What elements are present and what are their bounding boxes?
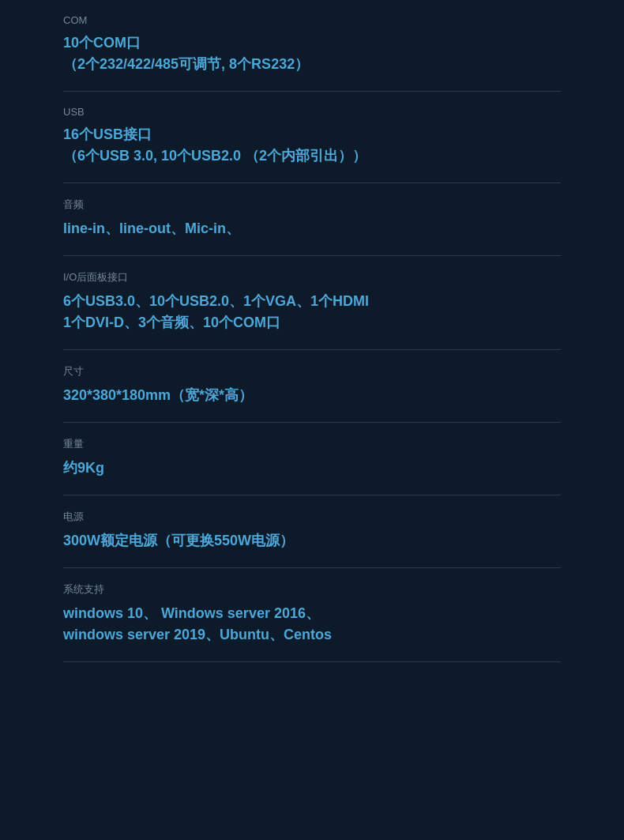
spec-item-usb: USB16个USB接口（6个USB 3.0, 10个USB2.0 （2个内部引出… [63,92,561,183]
spec-item-com: COM10个COM口（2个232/422/485可调节, 8个RS232） [63,0,561,92]
spec-value-line1-io: 6个USB3.0、10个USB2.0、1个VGA、1个HDMI [63,291,561,312]
spec-label-com: COM [63,14,561,26]
spec-value-line1-audio: line-in、line-out、Mic-in、 [63,218,561,239]
spec-value-line1-com: 10个COM口 [63,32,561,54]
spec-value-weight: 约9Kg [63,458,561,479]
spec-value-io: 6个USB3.0、10个USB2.0、1个VGA、1个HDMI1个DVI-D、3… [63,291,561,333]
spec-value-line1-weight: 约9Kg [63,458,561,479]
spec-value-power: 300W额定电源（可更换550W电源） [63,530,561,552]
spec-label-usb: USB [63,106,561,118]
spec-value-line2-com: （2个232/422/485可调节, 8个RS232） [63,54,561,75]
spec-label-io: I/O后面板接口 [63,270,561,284]
spec-label-audio: 音频 [63,198,561,212]
spec-item-os: 系统支持windows 10、 Windows server 2016、wind… [63,568,561,662]
spec-item-size: 尺寸320*380*180mm（宽*深*高） [63,350,561,423]
spec-value-audio: line-in、line-out、Mic-in、 [63,218,561,239]
spec-value-line1-power: 300W额定电源（可更换550W电源） [63,530,561,552]
spec-value-usb: 16个USB接口（6个USB 3.0, 10个USB2.0 （2个内部引出）） [63,124,561,167]
spec-item-io: I/O后面板接口6个USB3.0、10个USB2.0、1个VGA、1个HDMI1… [63,256,561,350]
spec-item-power: 电源300W额定电源（可更换550W电源） [63,495,561,568]
spec-item-weight: 重量约9Kg [63,423,561,495]
spec-value-line1-size: 320*380*180mm（宽*深*高） [63,385,561,406]
spec-value-os: windows 10、 Windows server 2016、windows … [63,603,561,646]
spec-value-line1-os: windows 10、 Windows server 2016、 [63,603,561,624]
spec-value-line2-io: 1个DVI-D、3个音频、10个COM口 [63,312,561,333]
spec-value-line1-usb: 16个USB接口 [63,124,561,145]
spec-value-size: 320*380*180mm（宽*深*高） [63,385,561,406]
spec-value-line2-usb: （6个USB 3.0, 10个USB2.0 （2个内部引出）） [63,145,561,167]
spec-list: COM10个COM口（2个232/422/485可调节, 8个RS232）USB… [0,0,624,662]
spec-label-weight: 重量 [63,437,561,451]
spec-item-audio: 音频line-in、line-out、Mic-in、 [63,183,561,256]
spec-label-power: 电源 [63,510,561,524]
spec-label-os: 系统支持 [63,582,561,597]
spec-value-line2-os: windows server 2019、Ubuntu、Centos [63,624,561,646]
spec-label-size: 尺寸 [63,364,561,379]
spec-value-com: 10个COM口（2个232/422/485可调节, 8个RS232） [63,32,561,75]
